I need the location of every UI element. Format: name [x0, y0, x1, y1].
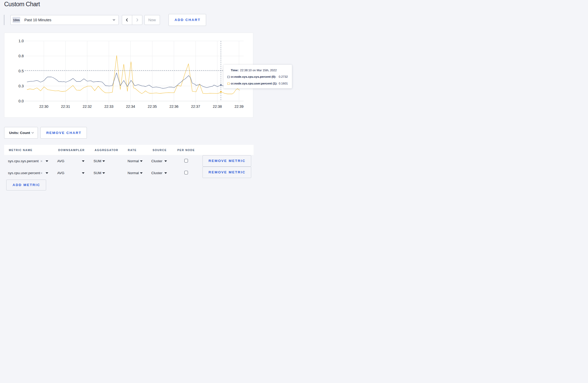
svg-text:0.3: 0.3: [18, 84, 24, 88]
svg-text:22:35: 22:35: [148, 104, 157, 109]
svg-text:22:37: 22:37: [191, 104, 200, 109]
svg-text:0.8: 0.8: [18, 54, 24, 58]
svg-text:22:31: 22:31: [61, 104, 70, 109]
svg-text:1.0: 1.0: [18, 39, 24, 43]
svg-text:22:36: 22:36: [169, 104, 178, 109]
svg-text:22:33: 22:33: [104, 104, 113, 109]
svg-text:22:39: 22:39: [234, 104, 243, 109]
svg-text:22:32: 22:32: [83, 104, 92, 109]
svg-text:0.0: 0.0: [18, 99, 24, 103]
svg-text:22:38: 22:38: [213, 104, 222, 109]
svg-text:22:30: 22:30: [39, 104, 48, 109]
svg-text:22:34: 22:34: [126, 104, 135, 109]
svg-text:0.5: 0.5: [18, 69, 24, 73]
